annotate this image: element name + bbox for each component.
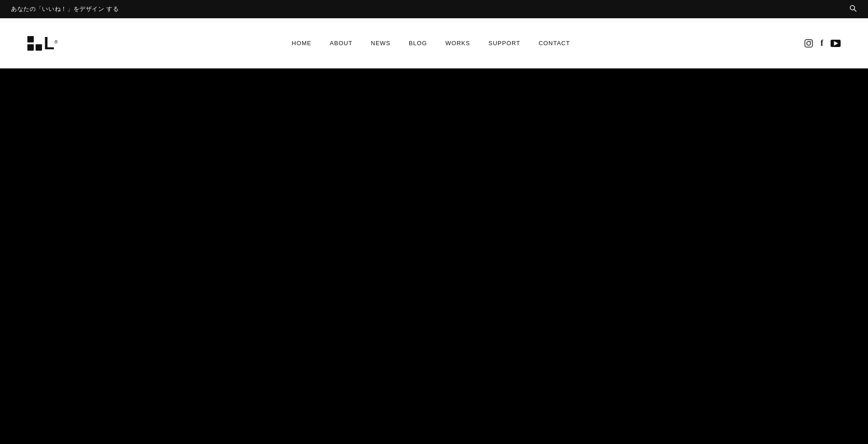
top-bar-tagline: あなたの「いいね！」をデザイン する	[11, 5, 119, 13]
hero-section	[0, 68, 868, 444]
svg-point-3	[807, 41, 810, 45]
logo-sq-bl	[27, 44, 34, 51]
nav-about[interactable]: ABOUT	[329, 40, 352, 47]
instagram-link[interactable]	[804, 39, 813, 48]
nav-works[interactable]: WORKS	[445, 40, 470, 47]
youtube-icon	[831, 40, 841, 47]
nav-support[interactable]: SUPPORT	[488, 40, 520, 47]
youtube-link[interactable]	[831, 40, 841, 47]
top-bar: あなたの「いいね！」をデザイン する	[0, 0, 868, 18]
search-icon	[849, 4, 857, 12]
facebook-link[interactable]: f	[821, 38, 823, 48]
main-nav: HOME ABOUT NEWS BLOG WORKS SUPPORT CONTA…	[292, 40, 570, 47]
nav-home[interactable]: HOME	[292, 40, 311, 47]
nav-blog[interactable]: BLOG	[409, 40, 427, 47]
search-button[interactable]	[849, 4, 857, 14]
svg-point-4	[810, 41, 811, 42]
logo-link[interactable]: L®	[27, 35, 58, 52]
logo-letter: L	[44, 35, 54, 52]
instagram-icon	[804, 39, 813, 48]
svg-line-1	[854, 10, 857, 12]
social-icons: f	[804, 38, 841, 48]
site-header: L® HOME ABOUT NEWS BLOG WORKS SUPPORT CO…	[0, 18, 868, 68]
logo-dot: ®	[54, 40, 58, 45]
logo-sq-tl	[27, 36, 34, 42]
facebook-icon: f	[821, 38, 823, 48]
nav-contact[interactable]: CONTACT	[539, 40, 570, 47]
svg-rect-2	[805, 39, 813, 47]
svg-point-0	[850, 5, 855, 10]
logo-sq-tr	[36, 36, 42, 42]
logo-sq-br	[36, 44, 42, 51]
logo-squares-icon	[27, 36, 42, 51]
nav-news[interactable]: NEWS	[371, 40, 390, 47]
